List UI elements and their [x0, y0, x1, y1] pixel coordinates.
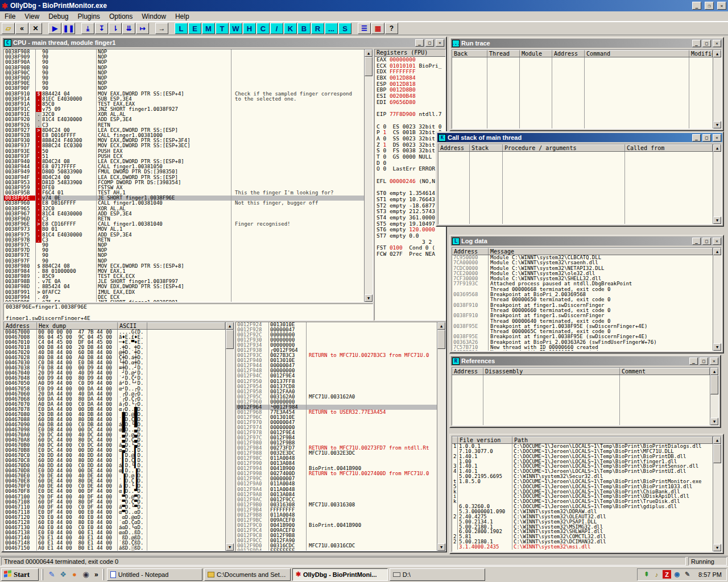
dump-row[interactable]: 00467038F0 D8 44 00 00 D9 44 00≡╪D..┘D. [4, 365, 225, 371]
module-row[interactable]: 21.40.1C:\DOCUME~1\Jeroen\LOCALS~1\Temp\… [452, 454, 713, 459]
dump-row[interactable]: 0046704020 D9 44 00 40 D9 44 00 ┘D.@┘D. [4, 371, 225, 376]
call-stack-titlebar[interactable]: K Call stack of main thread _ □ ✕ [437, 133, 722, 142]
stack-row[interactable]: 0012F9780012F9E4 [236, 430, 437, 435]
dump-row[interactable]: 00467030C0 D8 44 00 E0 D8 44 00└╪D.α╪D. [4, 360, 225, 365]
stack-row[interactable]: 0012F94400000047 [236, 363, 437, 368]
disasm-row[interactable]: 0038F90D90NOP [4, 76, 364, 81]
col-called-from[interactable]: Called from [625, 144, 713, 151]
log-row[interactable]: 7CDC0000Module C:\WINNT\system32\NETAPI3… [452, 266, 713, 271]
dump-scrollbar[interactable]: ▲ ▼ [225, 322, 234, 551]
menu-item[interactable]: Options [105, 12, 137, 21]
dump-row[interactable]: 00467098E0 DB 44 00 00 DC 44 00α█D..▄D. [4, 427, 225, 433]
dump-row[interactable]: 004670B8E0 DC 44 00 00 DD 44 00α▄D..▌D. [4, 448, 225, 453]
dump-row[interactable]: 00467158C0 E1 44 00 D0 E1 44 00└ßD.╨ßD. [4, 551, 225, 551]
network-tray-icon[interactable]: ◉ [673, 570, 681, 579]
close-icon[interactable]: ✕ [713, 238, 721, 245]
scroll-down-icon[interactable]: ▼ [365, 294, 373, 302]
dump-row[interactable]: 00467078E0 DA 44 00 00 DB 44 00α┌D..█D. [4, 407, 225, 412]
maximize-button[interactable]: □ [702, 134, 711, 142]
dump-row[interactable]: 0046700886 04 45 00 9C 04 45 00å♦E.£♦E. [4, 335, 225, 340]
stack-row[interactable]: 0012F95C003162A0MFC71U.003162A0 [236, 394, 437, 400]
scroll-down-icon[interactable]: ▼ [713, 343, 721, 351]
disasm-row[interactable]: 0038F991>0FAFC2IMUL EAX,EDX [4, 290, 364, 295]
dump-row[interactable]: 0046700000 00 00 00 47 7B 44 00....G{D. [4, 330, 225, 335]
disassembly-pane[interactable]: 0038F90890NOP 0038F90990NOP 0038F90A90NO… [3, 49, 373, 302]
stack-row[interactable]: 0012F94800000000 [236, 368, 437, 373]
disasm-row[interactable]: 0038F920.81C4 E4030000ADD ESP,3E4 [4, 117, 364, 122]
quick-launch-icon-3[interactable]: ● [69, 569, 80, 580]
dump-row[interactable]: 0046702040 D8 44 00 60 D8 44 00@╪D.`╪D. [4, 350, 225, 355]
close-program-button[interactable]: ✕ [29, 23, 42, 34]
minimize-button[interactable]: _ [692, 2, 701, 10]
dump-row[interactable]: 004670F8E0 DE 44 00 00 DF 44 00α▐D..▀D. [4, 489, 225, 494]
col-procedure[interactable]: Procedure / arguments [503, 144, 625, 151]
disasm-row[interactable]: 0038F97D90NOP [4, 248, 364, 253]
run-trace-titlebar[interactable]: ... Run trace _ □ ✕ [451, 39, 722, 48]
maximize-button[interactable]: □ [425, 39, 434, 47]
disasm-row[interactable]: 0038F95B.F6C4 01TEST AH,1This the finger… [4, 190, 364, 196]
view-breakpoints-button[interactable]: B [297, 23, 311, 34]
dump-row[interactable]: 004670A020 DC 44 00 40 DC 44 00 ▄D.@▄D. [4, 433, 225, 438]
disasm-row[interactable]: 0038F94F.8D4C24 00LEA ECX,DWORD PTR SS:[… [4, 175, 364, 180]
disasm-row[interactable]: 0038F960.E8 DB16FFFFCALL finger1.0038104… [4, 201, 364, 206]
module-row[interactable]: 5.3.0000001.090C:\WINNT\system32\DDRAW.d… [452, 509, 713, 514]
col-address[interactable]: Address [552, 50, 585, 57]
disasm-row[interactable]: 0038F98D.8B5424 04MOV EDX,DWORD PTR SS:[… [4, 284, 364, 289]
dump-row[interactable]: 0046702880 D8 44 00 A0 D8 44 00Ç╪D.á╪D. [4, 355, 225, 360]
disasm-row[interactable]: 0038F953.D81D 54833900FCOMP DWORD PTR DS… [4, 180, 364, 185]
stack-row[interactable]: 0012F9BC009ACEF0 [236, 518, 437, 523]
view-memory-button[interactable]: M [202, 23, 215, 34]
references-pane[interactable]: Address Disassembly Comment ▲ ▼ [452, 367, 719, 426]
scroll-down-icon[interactable]: ▼ [710, 418, 718, 425]
view-references-button[interactable]: R [311, 23, 324, 34]
module-row[interactable]: 22.40.4275C:\WINNT\system32\OLEAUT32.dll [452, 514, 713, 519]
col-module[interactable]: Module [520, 50, 552, 57]
animate-into-button[interactable]: ⇂ [109, 23, 122, 34]
col-back[interactable]: Back [452, 50, 487, 57]
stack-row[interactable]: 0012F9CC0012FA90 [236, 538, 437, 543]
run-button[interactable]: ▶ [48, 23, 61, 34]
module-row[interactable]: 31.40.1C:\DOCUME~1\Jeroen\LOCALS~1\Temp\… [452, 464, 713, 469]
scroll-down-icon[interactable]: ▼ [713, 217, 721, 224]
close-icon[interactable]: ✕ [713, 134, 721, 142]
disasm-row[interactable]: 0038F949.D80D 50833900FMUL DWORD PTR DS:… [4, 169, 364, 174]
col-thread[interactable]: Thread [487, 50, 520, 57]
disasm-row[interactable]: 0038F975.81C4 E4030000ADD ESP,3E4 [4, 232, 364, 238]
minimize-button[interactable]: _ [689, 357, 698, 365]
menu-item[interactable]: Window [137, 12, 171, 21]
cpu-titlebar[interactable]: C CPU - main thread, module finger1 _ □ … [3, 38, 445, 47]
dump-row[interactable]: 0046712020 E0 44 00 40 E0 44 00 αD.@αD. [4, 515, 225, 520]
disasm-row[interactable]: 0038F90890NOP [4, 49, 364, 55]
task-drive-d[interactable]: D:\ [390, 568, 485, 581]
disasm-row[interactable]: 0038F989.85C9TEST ECX,ECX [4, 274, 364, 279]
disasm-row[interactable]: 0038F967.81C4 E4030000ADD ESP,3E4 [4, 211, 364, 217]
module-row[interactable]: 5.00.2134.1C:\WINNT\system32\PSAPI.DLL [452, 519, 713, 525]
view-call-stack-button[interactable]: K [284, 23, 297, 34]
dump-row[interactable]: 00467070A0 DA 44 00 C0 DA 44 00á┌D.└┌D. [4, 402, 225, 407]
dump-row[interactable]: 004670C860 DD 44 00 80 DD 44 00`▌D.Ç▌D. [4, 458, 225, 463]
toolbar-button[interactable] [76, 23, 81, 34]
appearance-button[interactable]: ▦ [371, 23, 384, 34]
col-address[interactable]: Address [439, 144, 470, 151]
modules-scrollbar[interactable]: ▲ ▼ [713, 436, 721, 551]
col-stack[interactable]: Stack [470, 144, 503, 151]
scroll-thumb[interactable] [713, 444, 721, 463]
disasm-row[interactable]: 0038F98B.v7E 0AJLE SHORT finger1.0038F99… [4, 279, 364, 284]
module-row[interactable]: 3.1.4000.2435C:\WINNT\system32\msi.dll [452, 544, 713, 550]
close-icon[interactable]: ✕ [436, 39, 444, 47]
dump-row[interactable]: 0046714020 E1 44 00 40 E1 44 00 ßD.@ßD. [4, 535, 225, 541]
quick-launch-icon-1[interactable]: ✎ [46, 569, 57, 580]
stack-row[interactable]: 0012F93400000000 [236, 343, 437, 348]
quick-launch-icon-2[interactable]: ❖ [57, 569, 69, 580]
go-to-button[interactable]: → [155, 23, 168, 34]
start-button[interactable]: Start [1, 568, 39, 581]
stack-row[interactable]: 0012F9C80012F9B8 [236, 533, 437, 538]
close-icon[interactable]: ✕ [710, 357, 718, 365]
module-row[interactable]: 25.81C:\WINNT\system32\COMCTL32.dll [452, 534, 713, 539]
scroll-up-icon[interactable]: ▲ [710, 368, 718, 375]
log-row[interactable]: 00369568Breakpoint at BioPri_2.00369568 [452, 292, 713, 297]
dump-row[interactable]: 004670C020 DD 44 00 40 DD 44 00 ▌D.@▌D. [4, 453, 225, 458]
run-trace-pane[interactable]: Back Thread Module Address Command Modif… [452, 49, 722, 129]
view-threads-button[interactable]: T [216, 23, 229, 34]
stack-pane[interactable]: 0012F9240013010E 0012F92800000047 0012F9… [235, 322, 446, 551]
